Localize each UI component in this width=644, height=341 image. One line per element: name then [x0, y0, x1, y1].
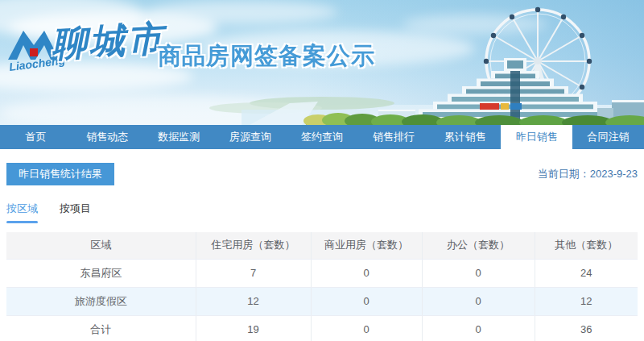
nav-item-data-monitoring[interactable]: 数据监测: [143, 125, 215, 149]
site-header: Liaocheng 聊城市 商品房网签备案公示: [0, 0, 644, 125]
main-nav: 首页 销售动态 数据监测 房源查询 签约查询 销售排行 累计销售 昨日销售 合同…: [0, 125, 644, 149]
value-cell: 19: [196, 315, 311, 341]
value-cell: 0: [422, 259, 535, 287]
view-tabs: 按区域 按项目: [6, 202, 638, 223]
nav-item-home[interactable]: 首页: [0, 125, 72, 149]
region-cell: 旅游度假区: [6, 287, 196, 315]
col-header-region: 区域: [6, 232, 196, 259]
table-row-dongchangfu: 东昌府区 7 0 0 24: [6, 259, 638, 287]
main-content: 昨日销售统计结果 当前日期：2023-9-23 按区域 按项目 区域 住宅用房（…: [0, 163, 644, 341]
page-title: 昨日销售统计结果: [6, 163, 114, 185]
nav-item-sales-dynamics[interactable]: 销售动态: [72, 125, 143, 149]
table-row-total: 合计 19 0 0 36: [6, 315, 638, 341]
value-cell: 0: [422, 315, 535, 341]
col-header-residential: 住宅用房（套数）: [196, 232, 311, 259]
table-row-tourism-resort: 旅游度假区 12 0 0 12: [6, 287, 638, 315]
table-header-row: 区域 住宅用房（套数） 商业用房（套数） 办公（套数） 其他（套数）: [6, 232, 638, 259]
col-header-office: 办公（套数）: [422, 232, 535, 259]
region-cell: 东昌府区: [6, 259, 196, 287]
col-header-commercial: 商业用房（套数）: [311, 232, 422, 259]
site-title: 商品房网签备案公示: [158, 40, 375, 73]
region-cell: 合计: [6, 315, 196, 341]
value-cell: 12: [535, 287, 638, 315]
current-date: 当前日期：2023-9-23: [538, 167, 638, 181]
value-cell: 7: [196, 259, 311, 287]
value-cell: 12: [196, 287, 311, 315]
value-cell: 0: [311, 287, 422, 315]
tab-by-region[interactable]: 按区域: [6, 202, 38, 223]
nav-item-sales-ranking[interactable]: 销售排行: [357, 125, 429, 149]
col-header-other: 其他（套数）: [535, 232, 638, 259]
nav-item-listing-query[interactable]: 房源查询: [215, 125, 287, 149]
value-cell: 0: [422, 287, 535, 315]
value-cell: 0: [311, 315, 422, 341]
nav-item-contract-cancellation[interactable]: 合同注销: [572, 125, 644, 149]
section-head: 昨日销售统计结果 当前日期：2023-9-23: [6, 163, 638, 185]
nav-item-contract-query[interactable]: 签约查询: [287, 125, 358, 149]
nav-item-cumulative-sales[interactable]: 累计销售: [429, 125, 501, 149]
value-cell: 36: [535, 315, 638, 341]
logo-red-square: [30, 48, 38, 56]
nav-item-yesterday-sales[interactable]: 昨日销售: [501, 125, 572, 149]
tab-by-project[interactable]: 按项目: [60, 202, 91, 223]
value-cell: 0: [311, 259, 422, 287]
value-cell: 24: [535, 259, 638, 287]
sales-table: 区域 住宅用房（套数） 商业用房（套数） 办公（套数） 其他（套数） 东昌府区 …: [6, 232, 638, 341]
site-name-calligraphy: 聊城市: [51, 15, 167, 68]
